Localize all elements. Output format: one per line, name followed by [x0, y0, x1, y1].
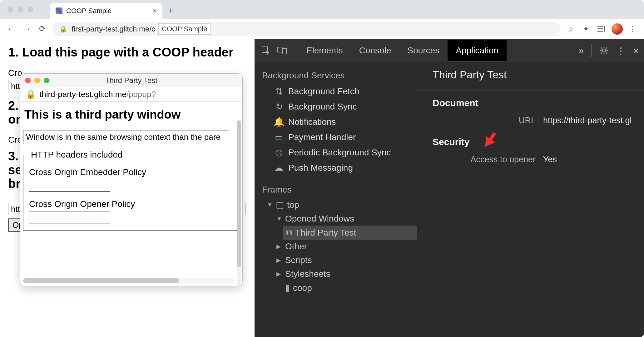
svg-line-8	[601, 47, 602, 49]
page-h3-c: br	[8, 177, 21, 190]
profile-avatar[interactable]	[612, 23, 623, 35]
caret-down-icon: ▼	[267, 202, 273, 208]
close-devtools-icon[interactable]: ×	[633, 45, 639, 56]
frame-third-party-test[interactable]: ⧉Third Party Test	[283, 226, 417, 240]
url-value: https://third-party-test.gl	[543, 116, 632, 125]
tab-console[interactable]: Console	[351, 40, 399, 61]
close-icon[interactable]: ×	[152, 7, 157, 15]
reading-list-icon[interactable]	[596, 23, 607, 35]
popup-address-bar[interactable]: 🔒 third-party-test.glitch.me/popup?	[20, 87, 242, 102]
svg-line-11	[601, 52, 602, 54]
access-key: Access to opener	[467, 155, 536, 164]
coop-label: Cross Origin Opener Policy	[29, 199, 233, 209]
star-icon[interactable]: ☆	[565, 23, 576, 35]
reload-button[interactable]: ⟳	[37, 23, 48, 35]
popup-hscrollbar[interactable]	[23, 278, 235, 283]
svg-point-3	[602, 49, 606, 52]
traffic-max[interactable]	[27, 7, 33, 12]
tab-sources[interactable]: Sources	[399, 40, 448, 61]
caret-right-icon: ▶	[276, 271, 282, 277]
section-frames: Frames	[255, 182, 417, 198]
kv-access-opener: Access to opener Yes	[433, 153, 644, 166]
page-h2-a: 2.	[8, 99, 18, 112]
back-button[interactable]: ←	[6, 23, 17, 35]
frame-scripts[interactable]: ▶Scripts	[273, 253, 417, 267]
frame-coop[interactable]: ▮coop	[273, 281, 417, 295]
svg-rect-2	[283, 48, 286, 54]
frame-title: Third Party Test	[433, 69, 644, 81]
access-value: Yes	[543, 155, 557, 164]
forward-button[interactable]: →	[21, 23, 32, 35]
devtools-sidebar: Background Services ⇅Background Fetch ↻B…	[255, 62, 417, 337]
popup-title: Third Party Test	[20, 76, 242, 85]
window-icon: ▢	[276, 200, 284, 210]
devtools-main: Third Party Test Document URL https://th…	[417, 62, 644, 337]
frame-top[interactable]: ▼▢top	[264, 198, 417, 212]
card-icon: ▭	[275, 132, 283, 142]
sync-icon: ↻	[275, 101, 283, 112]
coep-input[interactable]	[29, 180, 110, 192]
popup-host: third-party-test.glitch.me	[39, 90, 126, 99]
windows-icon: ⧉	[286, 227, 292, 238]
item-background-fetch[interactable]: ⇅Background Fetch	[255, 84, 417, 99]
browser-tab[interactable]: COOP Sample ×	[50, 3, 162, 19]
popup-titlebar[interactable]: Third Party Test	[20, 74, 242, 87]
caret-right-icon: ▶	[276, 257, 282, 264]
lock-icon: 🔒	[59, 25, 67, 33]
group-security: Security	[433, 137, 644, 147]
popup-heading: This is a third party window	[24, 108, 239, 121]
clock-icon: ◷	[275, 147, 283, 158]
gear-icon[interactable]	[599, 46, 609, 55]
device-icon[interactable]	[276, 44, 288, 57]
caret-down-icon: ▼	[276, 216, 282, 222]
menu-icon[interactable]: ⋮	[627, 23, 638, 35]
http-headers-fieldset: HTTP headers included Cross Origin Embed…	[23, 150, 239, 231]
devtools-panel: Elements Console Sources Application » ⋮…	[255, 39, 644, 337]
frame-other[interactable]: ▶Other	[273, 240, 417, 253]
kv-url: URL https://third-party-test.gl	[433, 114, 644, 127]
new-tab-button[interactable]: +	[168, 6, 174, 16]
popup-path: /popup?	[126, 90, 156, 99]
window-traffic-lights	[7, 7, 33, 12]
traffic-close[interactable]	[7, 7, 13, 12]
fetch-icon: ⇅	[275, 86, 283, 96]
lock-icon: 🔒	[26, 90, 36, 99]
devtools-tabbar: Elements Console Sources Application » ⋮…	[255, 39, 644, 62]
address-tooltip: COOP Sample	[158, 23, 211, 35]
coop-input[interactable]	[29, 212, 110, 223]
extensions-icon[interactable]: ✦	[580, 23, 592, 35]
svg-line-10	[606, 47, 607, 49]
page-h3-a: 3.	[8, 149, 18, 163]
coep-label: Cross Origin Embedder Policy	[29, 167, 233, 177]
page-h2-b: or	[8, 112, 21, 126]
frame-opened-windows[interactable]: ▼Opened Windows	[273, 212, 417, 226]
traffic-min[interactable]	[17, 7, 23, 12]
tab-bar: COOP Sample × +	[0, 0, 644, 19]
item-notifications[interactable]: 🔔Notifications	[255, 114, 417, 129]
address-bar[interactable]: 🔒 first-party-test.glitch.me/c COOP Samp…	[52, 22, 560, 36]
arrow-icon	[479, 129, 501, 150]
more-tabs-icon[interactable]: »	[579, 45, 584, 56]
item-payment-handler[interactable]: ▭Payment Handler	[255, 129, 417, 145]
item-background-sync[interactable]: ↻Background Sync	[255, 99, 417, 114]
tab-application[interactable]: Application	[448, 40, 507, 61]
divider	[591, 44, 592, 57]
item-periodic-sync[interactable]: ◷Periodic Background Sync	[255, 145, 417, 160]
tab-title: COOP Sample	[66, 7, 149, 15]
popup-body: This is a third party window Window is i…	[20, 102, 242, 286]
item-push-messaging[interactable]: ☁Push Messaging	[255, 160, 417, 175]
svg-line-9	[606, 52, 607, 54]
section-background-services: Background Services	[255, 67, 417, 84]
favicon-icon	[56, 7, 62, 14]
inspect-icon[interactable]	[260, 44, 272, 57]
popup-vscrollbar[interactable]	[237, 120, 241, 286]
kebab-icon[interactable]: ⋮	[616, 45, 626, 56]
group-document: Document	[433, 98, 644, 108]
caret-right-icon: ▶	[276, 243, 282, 250]
frame-stylesheets[interactable]: ▶Stylesheets	[273, 267, 417, 281]
popup-window: Third Party Test 🔒 third-party-test.glit…	[20, 74, 242, 286]
popup-status: Window is in the same browsing context t…	[23, 130, 229, 144]
tab-elements[interactable]: Elements	[298, 40, 351, 61]
url-key: URL	[467, 116, 536, 125]
cloud-icon: ☁	[275, 163, 283, 173]
